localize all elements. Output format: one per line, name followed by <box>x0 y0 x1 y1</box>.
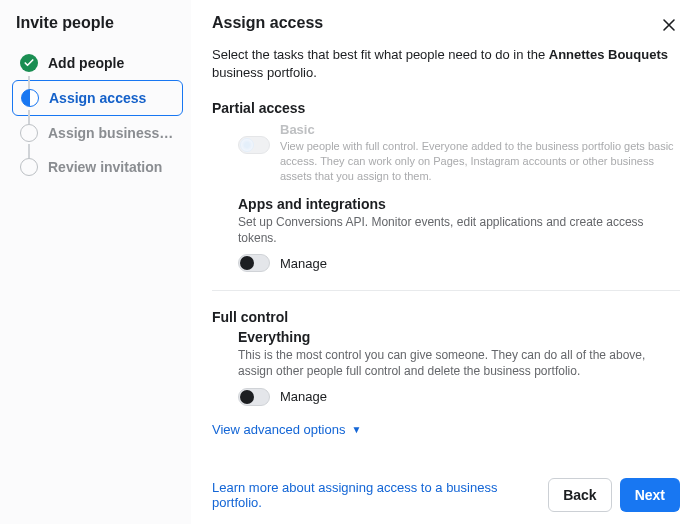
close-icon <box>662 18 676 32</box>
back-button[interactable]: Back <box>548 478 611 512</box>
close-button[interactable] <box>658 14 680 36</box>
option-name: Apps and integrations <box>238 196 680 212</box>
toggle-label: Manage <box>280 389 327 404</box>
step-assign-business-assets[interactable]: Assign business a... <box>12 116 183 150</box>
main-panel: Assign access Select the tasks that best… <box>192 0 700 524</box>
step-add-people[interactable]: Add people <box>12 46 183 80</box>
toggle-knob <box>240 390 254 404</box>
empty-circle-icon <box>20 124 38 142</box>
toggle-knob <box>240 138 254 152</box>
step-label: Add people <box>48 55 124 71</box>
half-circle-icon <box>21 89 39 107</box>
view-advanced-options-link[interactable]: View advanced options ▼ <box>212 422 680 437</box>
option-apps-integrations: Apps and integrations Set up Conversions… <box>212 196 680 272</box>
option-name: Basic <box>280 122 680 137</box>
learn-more-link[interactable]: Learn more about assigning access to a b… <box>212 480 548 510</box>
option-everything: Everything This is the most control you … <box>212 329 680 405</box>
sidebar-title: Invite people <box>12 14 183 32</box>
step-label: Assign business a... <box>48 125 175 141</box>
portfolio-name: Annettes Bouquets <box>549 47 668 62</box>
step-label: Review invitation <box>48 159 162 175</box>
option-name: Everything <box>238 329 680 345</box>
toggle-basic <box>238 136 270 154</box>
chevron-down-icon: ▼ <box>351 424 361 435</box>
toggle-knob <box>240 256 254 270</box>
step-label: Assign access <box>49 90 146 106</box>
step-review-invitation[interactable]: Review invitation <box>12 150 183 184</box>
page-title: Assign access <box>212 14 323 32</box>
toggle-apps[interactable] <box>238 254 270 272</box>
step-assign-access[interactable]: Assign access <box>12 80 183 116</box>
option-desc: Set up Conversions API. Monitor events, … <box>238 214 680 246</box>
option-basic: Basic View people with full control. Eve… <box>212 122 680 184</box>
check-circle-icon <box>20 54 38 72</box>
next-button[interactable]: Next <box>620 478 680 512</box>
intro-text: Select the tasks that best fit what peop… <box>212 46 680 82</box>
empty-circle-icon <box>20 158 38 176</box>
divider <box>212 290 680 291</box>
full-control-heading: Full control <box>212 309 680 325</box>
option-desc: This is the most control you can give so… <box>238 347 680 379</box>
sidebar: Invite people Add people Assign access A… <box>0 0 192 524</box>
partial-access-heading: Partial access <box>212 100 680 116</box>
steps-list: Add people Assign access Assign business… <box>12 46 183 184</box>
option-desc: View people with full control. Everyone … <box>280 139 680 184</box>
toggle-label: Manage <box>280 256 327 271</box>
toggle-everything[interactable] <box>238 388 270 406</box>
